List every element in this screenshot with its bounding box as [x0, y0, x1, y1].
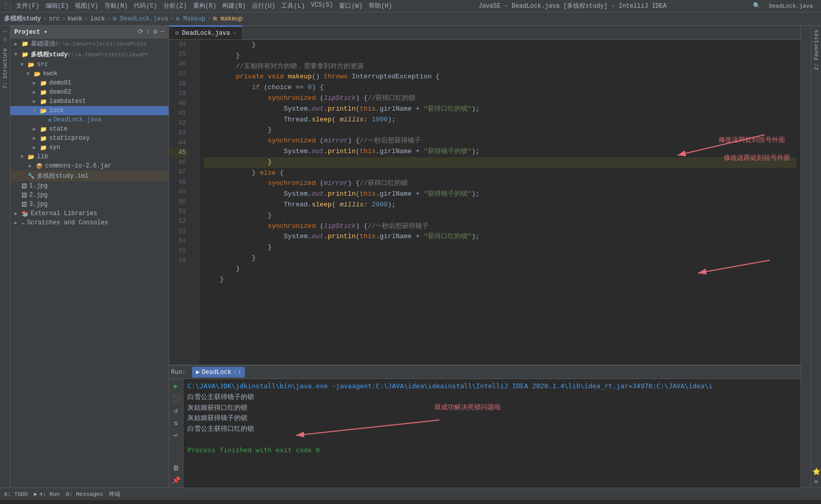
tree-arrow: ▼: [14, 52, 20, 57]
tree-item-kwok[interactable]: ▼ 📂 kwok: [10, 69, 169, 78]
breadcrumb-item-3[interactable]: lock: [90, 15, 105, 23]
tree-arrow: ▼: [33, 108, 39, 114]
run-tab-label: DeadLock: [202, 369, 231, 376]
panel-header-icons[interactable]: ⟳ ↕ ⚙ —: [138, 28, 164, 36]
tree-label: state: [49, 125, 68, 133]
output-line-3: 灰姑娘获得镜子的锁: [187, 413, 796, 424]
sync-icon[interactable]: ⟳: [138, 28, 143, 36]
tree-item-lock[interactable]: ▼ 📂 lock: [10, 106, 169, 115]
run-play-btn[interactable]: ▶: [173, 381, 179, 391]
tree-arrow: ▶: [33, 89, 39, 95]
breadcrumb-item-0[interactable]: 多线程study: [4, 14, 41, 23]
toolbar-terminal[interactable]: 终端: [109, 490, 120, 498]
bottom-toolbar: 6: TODO ▶ 4: Run 0: Messages 终端: [0, 488, 821, 500]
toolbar-messages[interactable]: 0: Messages: [66, 491, 103, 497]
tab-close-icon[interactable]: ✕: [233, 30, 236, 36]
iml-icon: 🔧: [28, 173, 35, 179]
structure-label[interactable]: 7: Structure: [1, 44, 9, 93]
tree-item-syn[interactable]: ▶ 📁 syn: [10, 143, 169, 152]
tab-file-icon: ⚙: [175, 29, 179, 37]
tree-item-jpg1[interactable]: 🖼 1.jpg: [10, 181, 169, 191]
code-line-55: }: [204, 264, 796, 275]
tree-item-staticproxy[interactable]: ▶ 📁 staticproxy: [10, 134, 169, 143]
tree-label: 2.jpg: [29, 192, 48, 199]
folder-icon: 📂: [28, 61, 35, 68]
run-pin-btn[interactable]: 📌: [171, 475, 181, 486]
output-line-blank: [187, 434, 796, 445]
tree-arrow: ▶: [33, 135, 39, 141]
toolbar-todo[interactable]: 6: TODO: [4, 491, 28, 497]
arrow-expand-icon[interactable]: »: [814, 478, 818, 486]
tree-item-state[interactable]: ▶ 📁 state: [10, 124, 169, 134]
tree-item-iml[interactable]: 🔧 多线程study.iml: [10, 171, 169, 181]
run-wrap-btn[interactable]: ↩: [173, 430, 179, 440]
toolbar-run[interactable]: ▶ 4: Run: [34, 491, 59, 497]
tree-item-commons[interactable]: ▶ 📦 commons-io-2.6.jar: [10, 161, 169, 171]
left-icon-1: 1: [1, 28, 9, 35]
close-panel-icon[interactable]: —: [160, 28, 164, 36]
code-line-51: synchronized (lipStick) {//一秒后想获得镜子: [204, 221, 796, 232]
output-line-process: Process finished with exit code 0: [187, 445, 796, 456]
tree-item-demo02[interactable]: ▶ 📁 demo02: [10, 88, 169, 97]
gutter: [192, 40, 200, 365]
img-icon: 🖼: [22, 192, 27, 199]
module-icon: 📁: [22, 51, 29, 58]
folder-icon: 📁: [40, 89, 47, 96]
tree-item-multithread[interactable]: ▼ 📁 多线程study E:\a-IdeaProjects\JavaPr: [10, 49, 169, 60]
code-editor[interactable]: 34 35 36 37 38 39 40 41 42 43 44 45 46 4…: [169, 40, 801, 365]
extlib-icon: 📚: [22, 211, 29, 217]
tree-path: E:\a-IdeaProjects\JavaProje: [55, 41, 146, 47]
code-content[interactable]: } } //互相持有对方的锁，需要拿到对方的资源 private void ma…: [200, 40, 801, 365]
run-stop-btn[interactable]: ⬛: [171, 393, 181, 404]
tree-item-src[interactable]: ▼ 📂 src: [10, 60, 169, 69]
run-filter-btn[interactable]: ⇅: [173, 418, 179, 428]
annotation-1: 修改这两处到括号外面: [724, 153, 790, 163]
tree-label: lock: [49, 107, 64, 114]
tree-item-jdk[interactable]: ▶ 📁 基础语法 E:\a-IdeaProjects\JavaProje: [10, 38, 169, 49]
panel-title: Project ▾: [14, 28, 48, 36]
java-icon: ⚙: [48, 117, 52, 123]
tree-label: 多线程study.iml: [37, 172, 89, 180]
breadcrumb-item-5[interactable]: ⚙ Makeup: [176, 15, 205, 23]
sort-icon[interactable]: ↕: [146, 28, 151, 36]
tree-arrow: ▶: [14, 41, 20, 47]
breadcrumb-item-6[interactable]: m makeup: [213, 15, 243, 23]
settings-icon[interactable]: ⚙: [153, 28, 157, 36]
bottom-tab-bar: Run: ▶ DeadLock × ℹ: [169, 366, 801, 379]
tree-arrow: ▼: [27, 71, 33, 77]
breadcrumb-item-2[interactable]: kwok: [68, 15, 82, 23]
window-controls[interactable]: 🔍 DeadLock.java: [753, 2, 817, 10]
tree-item-scratches[interactable]: ▶ ✏ Scratches and Consoles: [10, 218, 169, 227]
menu-bar[interactable]: 文件(F)编辑(E)视图(V)导航(N)代码(C)分析(Z)重构(R)构建(B)…: [16, 2, 392, 10]
run-tab-deadlock[interactable]: ▶ DeadLock × ℹ: [192, 367, 245, 377]
tree-arrow: ▶: [14, 220, 20, 226]
module-icon: 📁: [22, 40, 29, 47]
tree-item-jpg2[interactable]: 🖼 2.jpg: [10, 191, 169, 200]
tree-item-jpg3[interactable]: 🖼 3.jpg: [10, 200, 169, 209]
breadcrumb-item-4[interactable]: ⚙ DeadLock.java: [113, 15, 168, 23]
tree-item-extlibs[interactable]: ▶ 📚 External Libraries: [10, 209, 169, 218]
tree-arrow: ▼: [20, 62, 27, 68]
tree-label: kwok: [43, 70, 58, 77]
output-line-1: 白雪公主获得镜子的锁: [187, 392, 796, 403]
code-line-37: private void makeup() throws Interrupted…: [204, 72, 796, 82]
code-line-42: }: [204, 125, 796, 136]
tree-item-lambdatest[interactable]: ▶ 📁 lambdatest: [10, 97, 169, 106]
tree-label: lambdatest: [49, 98, 86, 105]
favorites-label[interactable]: 2: Favorites: [812, 26, 820, 74]
run-clear-btn[interactable]: 🗑: [172, 464, 180, 473]
tree-item-lib[interactable]: ▼ 📂 lib: [10, 152, 169, 161]
folder-icon: 📁: [40, 135, 47, 142]
tab-deadlock[interactable]: ⚙ DeadLock.java ✕: [169, 26, 243, 39]
folder-icon: 📁: [40, 98, 47, 105]
run-rerun-btn[interactable]: ↺: [173, 406, 179, 416]
run-area: ▶ ⬛ ↺ ⇅ ↩ 🗑 📌 C:\JAVA\JDK\jdkinstall\bin…: [169, 379, 801, 488]
tree-arrow: ▶: [33, 144, 39, 151]
tree-item-demo01[interactable]: ▶ 📁 demo01: [10, 78, 169, 88]
tree-item-deadlock[interactable]: ⚙ DeadLock.java: [10, 115, 169, 124]
folder-icon: 📂: [28, 154, 35, 160]
code-line-49: Thread.sleep( millis: 2000);: [204, 200, 796, 211]
messages-label: 0: Messages: [66, 491, 103, 497]
breadcrumb-item-1[interactable]: src: [49, 15, 60, 23]
tree-label: src: [37, 61, 48, 68]
